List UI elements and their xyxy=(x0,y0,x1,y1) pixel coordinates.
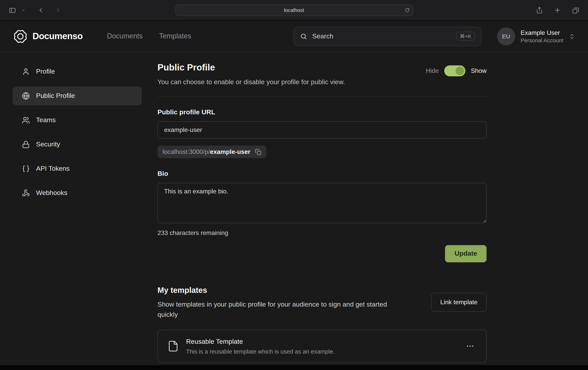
new-tab-icon[interactable] xyxy=(552,5,563,15)
sidebar-toggle-icon[interactable] xyxy=(7,5,18,15)
search-placeholder: Search xyxy=(312,32,451,40)
main-nav: Documents Templates xyxy=(107,32,191,40)
brand[interactable]: Documenso xyxy=(13,29,83,44)
template-name: Reusable Template xyxy=(186,338,463,346)
webhook-icon xyxy=(22,189,30,197)
braces-icon xyxy=(22,165,30,173)
public-profile-url-input[interactable] xyxy=(158,121,486,139)
search-shortcut-badge: ⌘+K xyxy=(456,32,475,41)
url-field-label: Public profile URL xyxy=(158,108,486,116)
section-divider xyxy=(158,96,486,97)
sidebar-item-label: Public Profile xyxy=(36,92,75,100)
profile-visibility-toggle[interactable] xyxy=(444,65,465,76)
toggle-show-label: Show xyxy=(471,67,486,74)
profile-url-preview: localhost:3000/p/example-user xyxy=(158,146,266,158)
search-icon xyxy=(300,33,307,40)
characters-remaining: 233 characters remaining xyxy=(158,229,486,236)
chevrons-up-down-icon xyxy=(569,33,575,39)
visibility-toggle-row: Hide Show xyxy=(426,65,486,76)
toggle-knob xyxy=(456,67,464,75)
sidebar-item-api-tokens[interactable]: API Tokens xyxy=(12,159,142,178)
settings-sidebar: Profile Public Profile Teams Security xyxy=(12,62,142,363)
back-icon[interactable] xyxy=(36,5,46,15)
sidebar-item-public-profile[interactable]: Public Profile xyxy=(12,87,142,105)
brand-name: Documenso xyxy=(32,31,83,41)
my-templates-title: My templates xyxy=(158,286,408,295)
sidebar-item-label: Security xyxy=(36,141,60,148)
sidebar-item-label: Teams xyxy=(36,116,56,124)
forward-icon[interactable] xyxy=(53,5,63,15)
my-templates-description: Show templates in your public profile fo… xyxy=(158,299,408,320)
browser-toolbar: localhost xyxy=(0,0,588,21)
browser-window: localhost Documen xyxy=(0,0,588,370)
window-bottom-edge xyxy=(0,365,588,370)
public-profile-section: Public Profile You can choose to enable … xyxy=(158,62,486,363)
account-type: Personal Account xyxy=(521,37,563,43)
page-subtitle: You can choose to enable or disable your… xyxy=(158,78,345,86)
template-card: Reusable Template This is a reusable tem… xyxy=(158,329,486,363)
avatar: EU xyxy=(497,27,515,45)
copy-icon[interactable] xyxy=(255,149,261,155)
nav-documents[interactable]: Documents xyxy=(107,32,143,40)
sidebar-item-label: API Tokens xyxy=(36,165,70,173)
update-button[interactable]: Update xyxy=(445,245,486,262)
app-header: Documenso Documents Templates Search ⌘+K… xyxy=(0,21,588,52)
user-icon xyxy=(22,68,30,76)
reload-icon[interactable] xyxy=(404,8,410,13)
link-template-button[interactable]: Link template xyxy=(431,293,486,312)
more-options-icon[interactable] xyxy=(463,339,477,353)
url-text: localhost xyxy=(284,7,304,13)
toolbar-chevron-down-icon[interactable] xyxy=(20,7,27,14)
url-prefix: localhost:3000/p/ xyxy=(163,148,210,155)
account-menu[interactable]: EU Example User Personal Account xyxy=(497,27,575,45)
file-icon xyxy=(167,340,179,352)
url-slug: example-user xyxy=(210,148,250,155)
bio-field-label: Bio xyxy=(158,170,486,178)
toggle-hide-label: Hide xyxy=(426,67,439,74)
bio-textarea[interactable]: This is an example bio. xyxy=(158,183,486,223)
settings-page: Profile Public Profile Teams Security xyxy=(0,52,588,363)
sidebar-item-label: Webhooks xyxy=(36,189,67,197)
screenshot-stage: localhost Documen xyxy=(0,0,588,370)
globe-icon xyxy=(22,92,30,100)
share-icon[interactable] xyxy=(534,5,545,15)
sidebar-item-profile[interactable]: Profile xyxy=(12,62,142,81)
tab-overview-icon[interactable] xyxy=(570,5,581,15)
url-bar[interactable]: localhost xyxy=(175,4,413,16)
nav-templates[interactable]: Templates xyxy=(159,32,191,40)
template-description: This is a reusable template which is use… xyxy=(186,348,463,355)
sidebar-item-security[interactable]: Security xyxy=(12,135,142,154)
users-icon xyxy=(22,116,30,124)
sidebar-item-label: Profile xyxy=(36,68,55,76)
documenso-logo-icon xyxy=(13,29,28,44)
lock-icon xyxy=(22,141,30,148)
page-title: Public Profile xyxy=(158,62,345,73)
search-input[interactable]: Search ⌘+K xyxy=(294,26,482,46)
sidebar-item-webhooks[interactable]: Webhooks xyxy=(12,184,142,202)
account-name: Example User xyxy=(521,29,563,36)
sidebar-item-teams[interactable]: Teams xyxy=(12,111,142,130)
